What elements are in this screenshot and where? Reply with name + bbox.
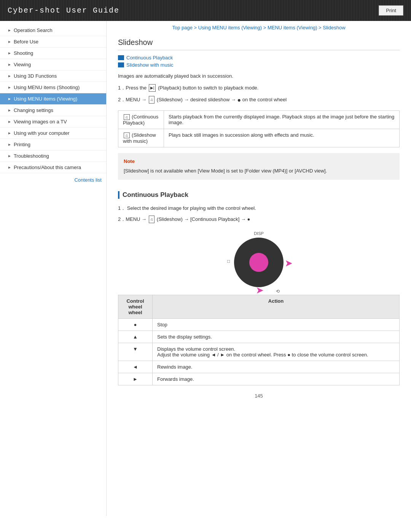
- sidebar-item-troubleshooting[interactable]: ►Troubleshooting: [0, 150, 106, 162]
- app-title: Cyber-shot User Guide: [8, 6, 119, 15]
- sidebar-item-operation-search[interactable]: ►Operation Search: [0, 25, 106, 36]
- continuous-playback-link[interactable]: Continuous Playback: [118, 55, 400, 61]
- table-desc-cell: Starts playback from the currently displ…: [164, 111, 400, 129]
- breadcrumb-menu-viewing[interactable]: Using MENU items (Viewing): [198, 25, 262, 30]
- breadcrumb-slideshow[interactable]: Slideshow: [323, 25, 345, 30]
- table-icon-cell: ♫ (Slideshow with music): [118, 129, 164, 147]
- doc-link-icon-2: [118, 62, 124, 67]
- table-icon-cell: ♫ (Continuous Playback): [118, 111, 164, 129]
- arrow-icon: ►: [8, 74, 11, 78]
- wheel-arrow-down: ➤: [256, 286, 263, 296]
- action-table-row: ▼Displays the volume control screen.Adju…: [118, 343, 400, 361]
- wheel-inner: [249, 253, 268, 272]
- action-desc: Stop: [153, 318, 400, 331]
- sidebar-item-printing[interactable]: ►Printing: [0, 139, 106, 150]
- header: Cyber-shot User Guide Print: [0, 0, 411, 21]
- sidebar-item-label: Printing: [14, 142, 30, 147]
- sidebar-item-label: Viewing images on a TV: [14, 119, 67, 125]
- slideshow-icon: ♫: [149, 96, 155, 104]
- arrow-icon: ►: [8, 154, 11, 158]
- action-desc: Rewinds image.: [153, 361, 400, 373]
- sidebar-item-viewing[interactable]: ►Viewing: [0, 59, 106, 70]
- sidebar-item-using-menu-shooting[interactable]: ►Using MENU items (Shooting): [0, 82, 106, 93]
- arrow-icon: ►: [8, 165, 11, 169]
- sidebar-item-using-menu-viewing[interactable]: ►Using MENU items (Viewing): [0, 93, 106, 105]
- arrow-icon: ►: [8, 97, 11, 101]
- arrow-icon: ►: [8, 51, 11, 55]
- cp-step-2: 2．MENU → ♫ (Slideshow) → [Continuous Pla…: [118, 216, 400, 224]
- main-content: Top page > Using MENU items (Viewing) > …: [107, 21, 411, 516]
- table-row: ♫ (Continuous Playback)Starts playback f…: [118, 111, 400, 129]
- sidebar-item-before-use[interactable]: ►Before Use: [0, 36, 106, 48]
- action-table-row: ▲Sets the display settings.: [118, 331, 400, 343]
- action-desc: Sets the display settings.: [153, 331, 400, 343]
- page-number: 145: [118, 393, 400, 399]
- wheel-wrap: ➤ ➤ □ ⟲: [234, 238, 284, 287]
- arrow-icon: ►: [8, 108, 11, 112]
- wheel-icon-bottom-right: ⟲: [276, 289, 280, 294]
- sidebar-item-label: Using with your computer: [14, 130, 70, 136]
- action-control: ►: [118, 373, 153, 385]
- sidebar-item-precautions[interactable]: ►Precautions/About this camera: [0, 162, 106, 173]
- table-row-icon: ♫: [124, 133, 130, 138]
- wheel-icon-left: □: [227, 259, 230, 264]
- page-title: Slideshow: [118, 38, 400, 50]
- breadcrumb-menu-items[interactable]: MENU items (Viewing): [268, 25, 317, 30]
- arrow-icon: ►: [8, 120, 11, 124]
- sidebar-item-label: Using MENU items (Shooting): [14, 85, 80, 90]
- arrow-icon: ►: [8, 85, 11, 89]
- wheel-label: DISP: [221, 231, 297, 236]
- sidebar-item-label: Changing settings: [14, 107, 53, 113]
- action-table-row: ►Forwards image.: [118, 373, 400, 385]
- playback-icon: ▶|: [149, 84, 156, 92]
- sidebar-item-label: Operation Search: [14, 27, 53, 33]
- sidebar-item-label: Before Use: [14, 39, 38, 45]
- sidebar-item-shooting[interactable]: ►Shooting: [0, 48, 106, 59]
- action-table-col2-header: Action: [153, 295, 400, 318]
- sidebar-item-using-with-computer[interactable]: ►Using with your computer: [0, 128, 106, 139]
- slideshow-icon-2: ♫: [149, 216, 155, 223]
- contents-list-link[interactable]: Contents list: [0, 173, 106, 187]
- sidebar-item-label: Using MENU items (Viewing): [14, 96, 77, 102]
- arrow-icon: ►: [8, 142, 11, 147]
- slideshow-music-link[interactable]: Slideshow with music: [118, 62, 400, 68]
- arrow-icon: ►: [8, 40, 11, 44]
- cp-step-1: 1． Select the desired image for playing …: [118, 204, 400, 212]
- arrow-icon: ►: [8, 62, 11, 67]
- breadcrumb: Top page > Using MENU items (Viewing) > …: [118, 25, 400, 30]
- breadcrumb-top[interactable]: Top page: [172, 25, 193, 30]
- note-label: Note: [124, 158, 394, 166]
- action-table-row: ●Stop: [118, 318, 400, 331]
- note-text: [Slideshow] is not available when [View …: [124, 167, 394, 175]
- action-table-col1-header: Control wheel wheel: [118, 295, 153, 318]
- wheel-arrow-right: ➤: [285, 259, 292, 268]
- action-control: ▲: [118, 331, 153, 343]
- action-table-row: ◄Rewinds image.: [118, 361, 400, 373]
- action-table: Control wheel wheel Action ●Stop▲Sets th…: [118, 295, 400, 385]
- slideshow-table: ♫ (Continuous Playback)Starts playback f…: [118, 110, 400, 147]
- links-section: Continuous Playback Slideshow with music: [118, 55, 400, 68]
- sidebar-item-changing-settings[interactable]: ►Changing settings: [0, 105, 106, 116]
- action-control: ●: [118, 318, 153, 331]
- step-1: 1．Press the ▶| (Playback) button to swit…: [118, 84, 400, 92]
- sidebar-item-viewing-images-tv[interactable]: ►Viewing images on a TV: [0, 116, 106, 128]
- action-control: ▼: [118, 343, 153, 361]
- sidebar: ►Operation Search►Before Use►Shooting►Vi…: [0, 21, 107, 516]
- arrow-icon: ►: [8, 28, 11, 32]
- table-desc-cell: Plays back still images in succession al…: [164, 129, 400, 147]
- print-button[interactable]: Print: [379, 5, 403, 16]
- continuous-playback-heading: Continuous Playback: [118, 191, 400, 199]
- doc-link-icon: [118, 55, 124, 60]
- page-layout: ►Operation Search►Before Use►Shooting►Vi…: [0, 21, 411, 516]
- sidebar-item-using-3d[interactable]: ►Using 3D Functions: [0, 70, 106, 82]
- sidebar-item-label: Troubleshooting: [14, 153, 49, 159]
- sidebar-item-label: Shooting: [14, 50, 33, 56]
- table-row-icon: ♫: [124, 114, 130, 120]
- sidebar-item-label: Using 3D Functions: [14, 73, 57, 79]
- arrow-icon: ►: [8, 131, 11, 135]
- note-box: Note [Slideshow] is not available when […: [118, 153, 400, 180]
- action-desc: Displays the volume control screen.Adjus…: [153, 343, 400, 361]
- action-desc: Forwards image.: [153, 373, 400, 385]
- wheel-outer: [234, 238, 284, 287]
- action-control: ◄: [118, 361, 153, 373]
